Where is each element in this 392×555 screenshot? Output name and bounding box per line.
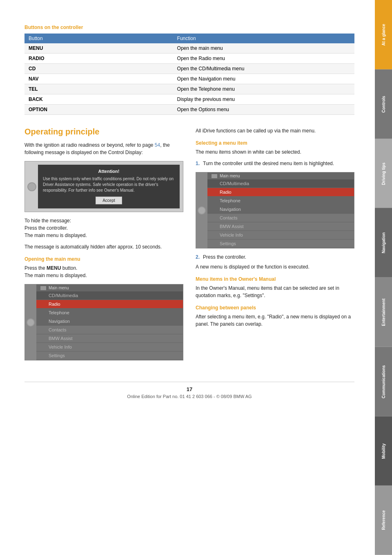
page-number: 17 [24, 386, 354, 392]
col-left: Operating principle With the ignition at… [24, 127, 183, 365]
auto-hide-text: The message is automatically hidden afte… [24, 243, 183, 251]
table-row: CDOpen the CD/Multimedia menu [24, 64, 354, 74]
controller-knob [27, 182, 36, 191]
sidebar-tab-communications[interactable]: Communications [375, 347, 392, 416]
menu-with-knob-left: Main menu CD/MultimediaRadioTelephoneNav… [25, 284, 183, 360]
table-row: TELOpen the Telephone menu [24, 84, 354, 94]
button-name-cell: OPTION [24, 105, 173, 115]
step-1: 1. Turn the controller until the desired… [196, 160, 354, 167]
operating-intro-text: With the ignition at radio readiness or … [24, 141, 183, 156]
main-menu-label-right: Main menu [220, 174, 240, 178]
button-name-cell: NAV [24, 74, 173, 84]
table-row: NAVOpen the Navigation menu [24, 74, 354, 84]
button-name-cell: BACK [24, 94, 173, 105]
sidebar-tab-reference[interactable]: Reference [375, 486, 392, 555]
menu-item: Contacts [207, 214, 354, 222]
main-menu-screen-right: Main menu CD/MultimediaRadioTelephoneNav… [196, 172, 354, 248]
table-header-button: Button [24, 34, 173, 43]
button-function-cell: Open the main menu [173, 43, 354, 54]
changing-panels-title: Changing between panels [196, 305, 354, 311]
menu-item: Settings [36, 351, 183, 360]
selecting-menu-item-text: The menu items shown in white can be sel… [196, 148, 354, 156]
menu-item: BMW Assist [36, 334, 183, 343]
menu-item: Contacts [36, 326, 183, 334]
menu-item: Radio [36, 300, 183, 309]
two-col-layout: Operating principle With the ignition at… [24, 127, 354, 365]
page-footer: 17 Online Edition for Part no. 01 41 2 6… [24, 382, 354, 399]
menu-item: Telephone [207, 197, 354, 205]
button-function-cell: Open the CD/Multimedia menu [173, 64, 354, 74]
menu-item: Navigation [36, 317, 183, 326]
page-wrapper: Buttons on the controller Button Functio… [0, 0, 392, 555]
table-header-function: Function [173, 34, 354, 43]
operating-principle-title: Operating principle [24, 127, 183, 137]
main-content: Buttons on the controller Button Functio… [0, 0, 375, 555]
sidebar-tab-controls[interactable]: Controls [375, 69, 392, 139]
table-row: MENUOpen the main menu [24, 43, 354, 54]
idrive-intro: All iDrive functions can be called up vi… [196, 127, 354, 134]
menu-header-left: Main menu [36, 284, 183, 291]
table-row: RADIOOpen the Radio menu [24, 54, 354, 64]
button-name-cell: TEL [24, 84, 173, 94]
step-1-text: Turn the controller until the desired me… [203, 161, 334, 166]
changing-panels-text: After selecting a menu item, e.g. "Radio… [196, 313, 354, 328]
menu-header-right: Main menu [207, 172, 354, 179]
sidebar-tab-mobility[interactable]: Mobility [375, 416, 392, 486]
screen-outer: Attention! Use this system only when tra… [25, 161, 183, 212]
page-ref-link[interactable]: 54 [155, 142, 160, 148]
button-function-cell: Open the Options menu [173, 105, 354, 115]
owners-manual-title: Menu items in the Owner's Manual [196, 276, 354, 282]
button-function-cell: Open the Telephone menu [173, 84, 354, 94]
menu-item: Navigation [207, 205, 354, 214]
buttons-table: Button Function MENUOpen the main menuRA… [24, 34, 354, 115]
menu-header-icon-left [40, 286, 46, 290]
sidebar-tab-navigation[interactable]: Navigation [375, 208, 392, 278]
button-function-cell: Open the Radio menu [173, 54, 354, 64]
operating-intro-1: With the ignition at radio readiness or … [24, 142, 155, 148]
step-2: 2. Press the controller. [196, 253, 354, 261]
menu-item: Vehicle Info [207, 231, 354, 239]
menu-item: Radio [207, 188, 354, 197]
knob-left [27, 318, 35, 327]
menu-items-right: Main menu CD/MultimediaRadioTelephoneNav… [207, 172, 354, 248]
sidebar: At a glanceControlsDriving tipsNavigatio… [375, 0, 392, 555]
hide-message-text: To hide the message:Press the controller… [24, 217, 183, 239]
button-name-cell: MENU [24, 43, 173, 54]
button-name-cell: RADIO [24, 54, 173, 64]
menu-item: CD/Multimedia [36, 291, 183, 300]
attention-body: Use this system only when traffic condit… [43, 176, 175, 193]
attention-title: Attention! [43, 169, 175, 174]
buttons-section: Buttons on the controller Button Functio… [24, 25, 354, 115]
copyright-text: Online Edition for Part no. 01 41 2 603 … [24, 394, 354, 399]
opening-main-menu-title: Opening the main menu [24, 256, 183, 262]
menu-items-left: Main menu CD/MultimediaRadioTelephoneNav… [36, 284, 183, 360]
sidebar-tab-entertainment[interactable]: Entertainment [375, 278, 392, 347]
menu-item: CD/Multimedia [207, 179, 354, 188]
buttons-section-title: Buttons on the controller [24, 25, 354, 30]
knob-right [198, 206, 206, 215]
menu-knob-left [25, 284, 36, 360]
menu-item: Settings [207, 239, 354, 248]
press-menu-text: Press the MENU button.The main menu is d… [24, 264, 183, 279]
main-menu-label-left: Main menu [49, 286, 69, 290]
button-function-cell: Open the Navigation menu [173, 74, 354, 84]
step-2-text: Press the controller. [203, 254, 246, 260]
step-1-num: 1. [196, 160, 200, 167]
screen-inner: Attention! Use this system only when tra… [38, 165, 180, 208]
menu-header-icon-right [212, 174, 217, 178]
attention-screen: Attention! Use this system only when tra… [24, 161, 183, 212]
step-2-num: 2. [196, 253, 200, 261]
menu-item: BMW Assist [207, 222, 354, 231]
sidebar-tab-at-a-glance[interactable]: At a glance [375, 0, 392, 69]
main-menu-screen-left: Main menu CD/MultimediaRadioTelephoneNav… [24, 284, 183, 360]
col-right: All iDrive functions can be called up vi… [196, 127, 354, 365]
button-function-cell: Display the previous menu [173, 94, 354, 105]
menu-with-knob-right: Main menu CD/MultimediaRadioTelephoneNav… [196, 172, 354, 248]
menu-knob-right [196, 172, 207, 248]
step-2-result: A new menu is displayed or the function … [196, 263, 354, 271]
table-row: OPTIONOpen the Options menu [24, 105, 354, 115]
menu-item: Telephone [36, 309, 183, 317]
menu-item: Vehicle Info [36, 343, 183, 351]
sidebar-tab-driving-tips[interactable]: Driving tips [375, 139, 392, 208]
accept-button[interactable]: Accept [96, 197, 122, 204]
